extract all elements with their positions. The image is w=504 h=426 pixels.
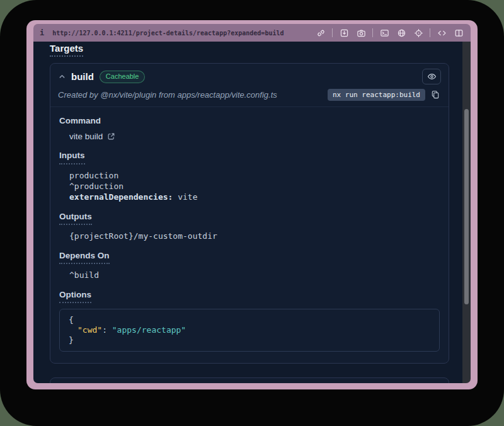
code-line: } [69, 335, 430, 345]
code-line: { [69, 315, 430, 325]
output-item: {projectRoot}/my-custom-outdir [69, 231, 440, 241]
build-card-body: Command vite build Inputs production ^pr… [50, 107, 449, 363]
target-icon[interactable] [413, 28, 424, 38]
command-section-label: Command [59, 116, 440, 126]
external-link-icon[interactable] [107, 132, 116, 141]
target-name: build [71, 71, 94, 82]
terminal-icon[interactable] [379, 28, 390, 38]
view-in-graph-button[interactable] [422, 69, 441, 84]
copy-button[interactable] [431, 90, 441, 100]
toolbar-divider [430, 28, 430, 37]
input-item: ^production [69, 181, 440, 192]
globe-icon[interactable] [396, 28, 407, 38]
info-icon: i [40, 28, 44, 37]
browser-toolbar: i http://127.0.0.1:4211/project-details/… [33, 24, 471, 42]
browser-window: i http://127.0.0.1:4211/project-details/… [26, 20, 478, 389]
inputs-section-label: Inputs [59, 151, 440, 164]
vertical-scrollbar[interactable] [462, 42, 471, 383]
toolbar-divider [372, 28, 373, 37]
serve-card-header: serve vite serve [50, 378, 449, 383]
build-card-header: build Cacheable Created by @nx/vite/plug… [50, 64, 449, 107]
command-value: vite build [69, 132, 103, 141]
created-by-text: Created by @nx/vite/plugin from apps/rea… [58, 90, 277, 100]
options-section-label: Options [59, 290, 440, 303]
run-command-chip[interactable]: nx run reactapp:build [328, 89, 425, 101]
scrollbar-thumb[interactable] [464, 109, 469, 304]
options-code-block: { "cwd": "apps/reactapp" } [59, 309, 440, 352]
code-line: "cwd": "apps/reactapp" [69, 325, 430, 335]
input-item: production [69, 170, 440, 181]
input-item: externalDependencies: vite [69, 192, 440, 202]
json-key: "cwd" [77, 325, 102, 335]
code-icon[interactable] [436, 28, 447, 38]
copy-icon [431, 90, 440, 99]
outputs-section-content: {projectRoot}/my-custom-outdir [69, 231, 440, 241]
link-icon[interactable] [315, 28, 326, 38]
depends-on-section-label: Depends On [59, 251, 440, 264]
toolbar-divider [332, 28, 333, 37]
command-section-content: vite build [69, 132, 440, 141]
toolbar-actions [315, 28, 464, 38]
chevron-up-icon[interactable] [58, 73, 66, 81]
depends-on-section-content: ^build [69, 270, 440, 280]
build-header-subrow: Created by @nx/vite/plugin from apps/rea… [58, 89, 441, 101]
project-details-view: Targets build Cacheable [33, 42, 462, 383]
camera-icon[interactable] [355, 28, 367, 38]
columns-icon[interactable] [453, 28, 464, 38]
command-value-row: vite build [69, 132, 440, 141]
eye-icon [427, 72, 437, 81]
inputs-section-content: production ^production externalDependenc… [69, 170, 440, 202]
target-card-serve: serve vite serve [50, 377, 449, 383]
outputs-section-label: Outputs [59, 212, 440, 225]
target-card-build: build Cacheable Created by @nx/vite/plug… [50, 63, 449, 364]
depends-on-item: ^build [69, 270, 440, 280]
json-value: "apps/reactapp" [112, 325, 186, 335]
download-icon[interactable] [338, 28, 350, 38]
address-bar[interactable]: http://127.0.0.1:4211/project-details/re… [52, 30, 309, 37]
page-content: Targets build Cacheable [33, 42, 471, 383]
page-title: Targets [50, 43, 83, 57]
cacheable-badge: Cacheable [100, 71, 146, 83]
build-header-row[interactable]: build Cacheable [58, 69, 441, 84]
